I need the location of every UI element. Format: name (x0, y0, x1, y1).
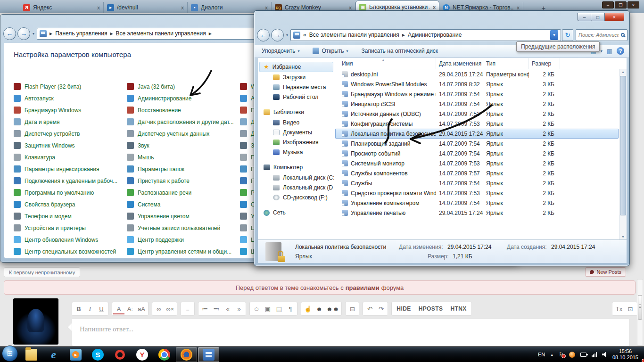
numbered-list[interactable]: ≕ (211, 303, 222, 314)
scroll-down-icon[interactable]: ▼ (619, 235, 627, 239)
underline[interactable]: U (96, 303, 107, 314)
control-panel-item[interactable]: Распознавание речи (127, 187, 239, 198)
hposts-tag[interactable]: HPOSTS (415, 303, 447, 314)
search-input[interactable]: Поиск: Админист... (576, 29, 627, 41)
taskbar-internet-explorer-button[interactable]: e (43, 347, 64, 362)
taskbar-opera-button[interactable] (109, 347, 131, 362)
insert-image[interactable]: ▣ (262, 303, 273, 314)
quote[interactable]: ¶ (285, 303, 296, 314)
taskbar-clock[interactable]: 15:56 08.10.2015 (612, 348, 638, 361)
rules-link[interactable]: правилами (346, 284, 380, 291)
sidebar-item[interactable]: Недавние места (258, 82, 335, 92)
control-panel-item[interactable]: Параметры папок (127, 163, 239, 175)
tab-close-icon[interactable]: x (97, 5, 100, 10)
column-header-name[interactable]: Имя (339, 58, 436, 69)
caret-icon[interactable]: ▾ (601, 49, 603, 53)
open-menu[interactable]: Открыть ▾ (313, 48, 348, 54)
control-panel-item[interactable]: Java (32 бита) (127, 81, 239, 92)
control-panel-item[interactable]: Центр поддержки (127, 234, 239, 246)
control-panel-item[interactable]: Автозапуск (14, 92, 126, 104)
file-row[interactable]: Управление компьютером 14.07.2009 7:54 Я… (335, 198, 619, 208)
italic[interactable]: I (84, 303, 96, 314)
control-panel-item[interactable]: Центр управления сетями и общи... (127, 246, 239, 257)
control-panel-item[interactable]: Брандмауэр Windows (14, 104, 126, 116)
remove-format[interactable]: Tx (613, 303, 625, 314)
breadcrumb-control-panel[interactable]: Панель управления (55, 30, 107, 37)
control-panel-item[interactable]: Управление цветом (127, 210, 239, 222)
tab-close-icon[interactable]: x (181, 5, 184, 10)
hide-tag[interactable]: HIDE (393, 303, 414, 314)
control-panel-item[interactable]: Восстановление (127, 104, 239, 116)
sidebar-network[interactable]: Сеть (258, 207, 335, 218)
undo[interactable]: ↶ (364, 303, 375, 314)
sidebar-item[interactable]: Локальный диск (C: (258, 173, 335, 182)
file-list-scrollbar[interactable]: ▲ ▼ (619, 69, 627, 239)
file-row[interactable]: desktop.ini 29.04.2015 17:24 Параметры к… (335, 69, 619, 79)
file-row[interactable]: Системный монитор 14.07.2009 7:53 Ярлык … (335, 158, 619, 168)
control-panel-item[interactable]: Администрирование (127, 92, 239, 104)
address-bar[interactable]: « Все элементы панели управления ▶ Админ… (290, 29, 561, 41)
insert-link[interactable]: ∞ (153, 303, 165, 314)
close-button[interactable]: × (605, 13, 624, 21)
file-row[interactable]: Средство проверки памяти Windows 14.07.2… (335, 188, 619, 198)
control-panel-item[interactable]: Приступая к работе (127, 175, 239, 187)
sidebar-favorites[interactable]: ★ Избранное (259, 62, 333, 72)
sidebar-item[interactable]: Изображения (258, 137, 335, 147)
file-row[interactable]: Управление печатью 29.04.2015 17:24 Ярлы… (335, 208, 619, 218)
browser-close-button[interactable]: × (627, 1, 639, 8)
control-panel-item[interactable]: Flash Player (32 бита) (14, 81, 126, 92)
scroll-up-icon[interactable]: ▲ (619, 70, 627, 74)
taskbar-explorer-button[interactable] (21, 347, 42, 362)
organize-menu[interactable]: Упорядочить ▾ (262, 48, 299, 54)
scrollbar-thumb[interactable] (620, 76, 626, 215)
file-row[interactable]: Службы 14.07.2009 7:54 Ярлык 2 КБ (335, 178, 619, 188)
network-signal-icon[interactable] (592, 352, 597, 357)
bullet-list[interactable]: ≔ (199, 303, 211, 314)
column-header-size[interactable]: Размер (529, 58, 560, 69)
text-case[interactable]: aA (136, 303, 147, 314)
file-row[interactable]: Конфигурация системы 14.07.2009 7:53 Ярл… (335, 119, 619, 129)
file-row[interactable]: Локальная политика безопасности 29.04.20… (335, 129, 619, 139)
forward-button[interactable]: → (17, 27, 30, 40)
app-alert-icon[interactable] (569, 352, 575, 358)
file-row[interactable]: Инициатор iSCSI 14.07.2009 7:54 Ярлык 2 … (335, 99, 619, 109)
browser-tab[interactable]: /dev/null x (104, 2, 188, 13)
file-row[interactable]: Планировщик заданий 14.07.2009 7:54 Ярлы… (335, 139, 619, 148)
control-panel-item[interactable]: Программы по умолчанию (14, 187, 126, 198)
tab-close-icon[interactable]: x (517, 5, 520, 10)
control-panel-item[interactable]: Центр обновления Windows (14, 234, 126, 246)
browser-tab[interactable]: Яндекс x (20, 2, 104, 13)
tab-close-icon[interactable]: x (433, 4, 436, 10)
file-row[interactable]: Просмотр событий 14.07.2009 7:54 Ярлык 2… (335, 148, 619, 158)
breadcrumb-administration[interactable]: Администрирование (408, 32, 462, 38)
text-color[interactable]: A (113, 304, 124, 314)
insert-media[interactable]: ▤ (273, 303, 285, 314)
control-panel-item[interactable]: Свойства браузера (14, 198, 126, 210)
sidebar-item[interactable]: Документы (258, 127, 335, 137)
control-panel-item[interactable]: Клавиатура (14, 151, 126, 163)
control-panel-item[interactable]: Центр специальных возможностей (14, 246, 126, 257)
control-panel-item[interactable]: Параметры индексирования (14, 163, 126, 175)
browser-minimize-button[interactable]: ‒ (602, 1, 614, 8)
control-panel-item[interactable]: Мышь (127, 151, 239, 163)
column-header-date[interactable]: Дата изменения (436, 58, 483, 69)
control-panel-item[interactable]: Диспетчер учетных данных (127, 128, 239, 140)
save-draft[interactable]: ⊟ (347, 303, 358, 314)
align[interactable]: ≡ (182, 303, 193, 314)
taskbar-firefox-button[interactable] (176, 347, 197, 362)
sidebar-item[interactable]: Музыка (258, 147, 335, 157)
language-indicator[interactable]: EN (538, 352, 545, 357)
emoji[interactable]: ☺ (251, 303, 262, 314)
sidebar-item[interactable]: Рабочий стол (258, 92, 335, 102)
control-panel-item[interactable]: Телефон и модем (14, 210, 126, 222)
file-row[interactable]: Брандмауэр Windows в режиме повы... 14.0… (335, 89, 619, 99)
redo[interactable]: ↷ (375, 303, 387, 314)
control-panel-item[interactable]: Подключения к удаленным рабоч... (14, 175, 126, 187)
reply-input[interactable]: Напишите ответ... (72, 319, 630, 346)
history-caret-icon[interactable]: ▾ (286, 33, 288, 37)
start-button[interactable]: ⊞ (2, 346, 18, 362)
maximize-button[interactable]: □ (591, 13, 605, 21)
column-header-type[interactable]: Тип (483, 58, 529, 69)
font-size[interactable]: A: (124, 303, 136, 314)
file-row[interactable]: Источники данных (ODBC) 14.07.2009 7:53 … (335, 109, 619, 119)
